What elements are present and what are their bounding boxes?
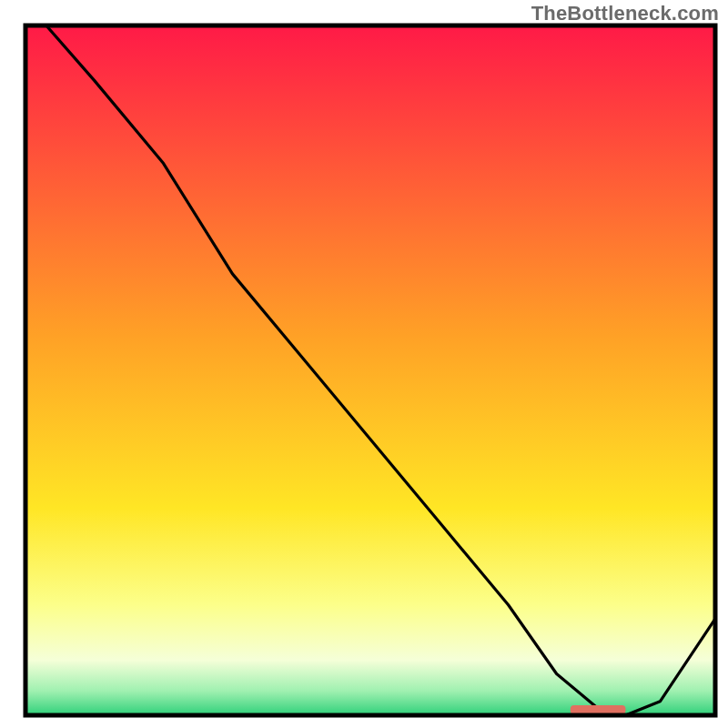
chart-stage: TheBottleneck.com [0, 0, 728, 728]
bottleneck-chart [0, 0, 728, 728]
gradient-background [25, 25, 715, 715]
optimal-marker [571, 705, 626, 714]
